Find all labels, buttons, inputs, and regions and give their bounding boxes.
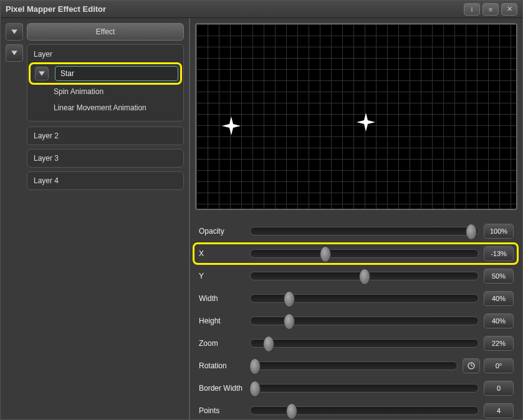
- slider-thumb[interactable]: [263, 336, 274, 352]
- param-row-height: Height40%: [199, 310, 514, 332]
- star-expand-icon[interactable]: [35, 67, 49, 80]
- right-panel: Opacity100%X-13%Y50%Width40%Height40%Zoo…: [189, 18, 522, 419]
- svg-marker-0: [11, 29, 17, 34]
- clock-icon[interactable]: [463, 358, 480, 373]
- parameters-panel: Opacity100%X-13%Y50%Width40%Height40%Zoo…: [190, 215, 522, 419]
- param-row-opacity: Opacity100%: [199, 220, 514, 242]
- param-row-x: X-13%: [199, 242, 514, 265]
- param-slider[interactable]: [250, 227, 479, 236]
- param-label: Border Width: [199, 384, 250, 393]
- svg-marker-2: [39, 71, 45, 75]
- param-slider[interactable]: [250, 406, 479, 415]
- param-value[interactable]: 40%: [484, 291, 514, 306]
- spin-animation-item[interactable]: Spin Animation: [32, 84, 178, 100]
- param-row-width: Width40%: [199, 287, 514, 310]
- param-row-zoom: Zoom22%: [199, 332, 514, 355]
- param-slider[interactable]: [250, 339, 479, 348]
- star-shape: [222, 117, 241, 135]
- param-value[interactable]: 100%: [484, 224, 514, 239]
- effect-expand-icon[interactable]: [6, 23, 23, 41]
- param-value[interactable]: 50%: [484, 269, 514, 284]
- param-label: Rotation: [199, 361, 250, 370]
- slider-thumb[interactable]: [284, 313, 295, 330]
- slider-thumb[interactable]: [249, 381, 261, 397]
- layer-item[interactable]: Layer 3: [27, 149, 184, 168]
- effect-button[interactable]: Effect: [27, 23, 184, 41]
- param-value[interactable]: 4: [484, 403, 514, 418]
- param-value[interactable]: -13%: [484, 246, 514, 261]
- param-label: X: [199, 249, 250, 258]
- param-label: Width: [199, 294, 250, 303]
- layer-item[interactable]: Layer 4: [27, 171, 184, 190]
- param-row-border-width: Border Width0: [199, 377, 514, 399]
- slider-thumb[interactable]: [286, 403, 297, 419]
- param-value[interactable]: 40%: [484, 313, 514, 328]
- param-slider[interactable]: [250, 361, 458, 370]
- title-bar: Pixel Mapper Effect Editor i ≡ ✕: [1, 1, 522, 18]
- param-label: Height: [199, 317, 250, 325]
- param-label: Y: [199, 272, 250, 280]
- param-slider[interactable]: [250, 384, 479, 393]
- menu-button[interactable]: ≡: [482, 3, 499, 16]
- param-label: Zoom: [199, 339, 250, 348]
- param-value[interactable]: 0°: [484, 358, 514, 373]
- slider-thumb[interactable]: [359, 269, 370, 285]
- param-label: Opacity: [199, 227, 250, 236]
- layer-item[interactable]: Layer 2: [27, 126, 184, 145]
- param-slider[interactable]: [250, 294, 479, 303]
- param-slider[interactable]: [250, 272, 479, 280]
- param-slider[interactable]: [250, 317, 479, 325]
- preview-canvas[interactable]: [195, 23, 517, 210]
- svg-marker-3: [222, 117, 241, 135]
- param-slider[interactable]: [250, 249, 479, 258]
- param-value[interactable]: 22%: [484, 336, 514, 351]
- param-row-y: Y50%: [199, 265, 514, 287]
- close-button[interactable]: ✕: [501, 3, 517, 16]
- window-title: Pixel Mapper Effect Editor: [6, 4, 461, 14]
- main-area: Effect Layer Star Spin Animati: [1, 18, 522, 419]
- slider-thumb[interactable]: [284, 291, 295, 307]
- slider-thumb[interactable]: [249, 358, 261, 375]
- param-row-rotation: Rotation0°: [199, 355, 514, 377]
- star-row-highlight: Star: [32, 66, 178, 81]
- info-button[interactable]: i: [464, 3, 480, 16]
- star-item[interactable]: Star: [55, 66, 178, 81]
- layer-header: Layer: [27, 45, 183, 64]
- svg-marker-4: [357, 113, 375, 131]
- slider-thumb[interactable]: [320, 246, 331, 262]
- linear-movement-item[interactable]: Linear Movement Animation: [32, 100, 178, 116]
- param-label: Points: [199, 406, 250, 415]
- layer-expand-icon[interactable]: [6, 44, 23, 62]
- param-row-points: Points4: [199, 399, 514, 419]
- left-panel: Effect Layer Star Spin Animati: [1, 18, 189, 419]
- layer-panel: Layer Star Spin Animation Linear Movemen…: [27, 44, 184, 122]
- slider-thumb[interactable]: [466, 224, 477, 240]
- star-shape: [357, 113, 375, 131]
- param-value[interactable]: 0: [484, 381, 514, 396]
- svg-marker-1: [11, 50, 17, 55]
